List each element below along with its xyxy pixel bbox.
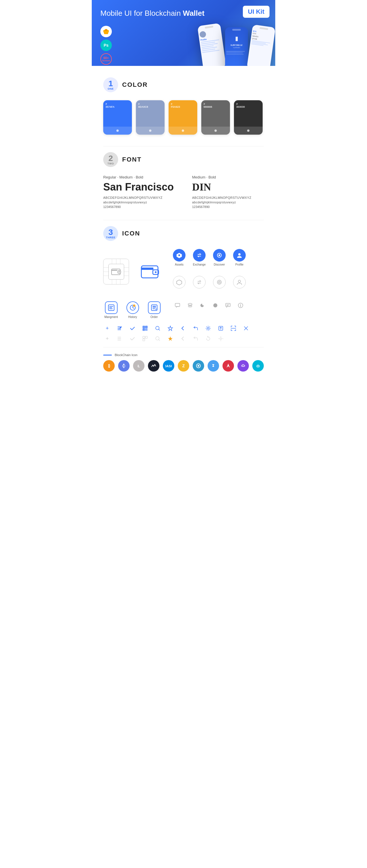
qr-icon (141, 324, 149, 332)
check-icon-gray (129, 335, 137, 343)
svg-marker-4 (104, 31, 108, 34)
svg-rect-65 (143, 339, 145, 341)
qr-icon-gray (141, 335, 149, 343)
wallet-filled-icon (138, 259, 163, 284)
hero-phones: Profile ▮ 6.297.502.12 myWallet (201, 27, 273, 66)
svg-rect-23 (109, 306, 113, 307)
utility-icons-row-2: + (103, 335, 264, 343)
svg-point-17 (238, 253, 241, 255)
matic-icon (237, 360, 249, 372)
sf-lowercase: abcdefghijklmnopqrstuvwxyz (103, 200, 175, 204)
din-font-name: DIN (192, 181, 264, 193)
back-icon-gray (179, 335, 187, 343)
search-icon[interactable] (154, 324, 162, 332)
history-icon: ! History (125, 301, 140, 318)
discover-nav-icon-outlined (212, 276, 227, 288)
svg-text:DASH: DASH (165, 364, 172, 368)
svg-point-16 (219, 254, 220, 256)
utility-icons-row-1: + (103, 324, 264, 332)
icon-section: Assets Exchange Discover (103, 249, 264, 372)
svg-point-19 (217, 280, 221, 284)
svg-text:Ł: Ł (138, 364, 140, 368)
svg-point-14 (178, 254, 180, 256)
icon-section-title: ICON (122, 230, 140, 237)
svg-point-7 (119, 271, 120, 273)
assets-nav-icon-outlined (172, 276, 186, 288)
din-uppercase: ABCDEFGHIJKLMNOPQRSTUVWXYZ (192, 196, 264, 199)
waves-icon (148, 360, 160, 372)
photoshop-badge: Ps (101, 39, 112, 51)
icon-section-header: 3 THREE ICON (103, 226, 264, 241)
refresh-icon-gray (204, 335, 212, 343)
svg-rect-8 (112, 270, 117, 271)
wallet-outline-icon (108, 264, 124, 280)
color-section-title: COLOR (122, 81, 148, 89)
svg-text:!: ! (134, 305, 135, 307)
ethereum-icon (118, 360, 130, 372)
sketch-badge (101, 26, 112, 37)
discover-nav-icon: Discover (212, 249, 227, 266)
close-icon[interactable] (242, 324, 250, 332)
hero-section: Mobile UI for Blockchain Wallet UI Kit P… (92, 0, 275, 66)
font-section-header: 2 TWO FONT (103, 152, 264, 167)
font-section: Regular · Medium · Bold San Francisco AB… (103, 175, 264, 209)
svg-rect-32 (152, 309, 155, 309)
hero-badges: Ps 60+ Screens (101, 26, 112, 65)
font-col-sf: Regular · Medium · Bold San Francisco AB… (103, 175, 175, 209)
star-icon[interactable] (166, 324, 174, 332)
sf-font-name: San Francisco (103, 181, 175, 193)
svg-marker-57 (168, 326, 173, 331)
exchange-nav-icon: Exchange (192, 249, 206, 266)
svg-point-21 (238, 280, 241, 282)
settings-icon[interactable] (204, 324, 212, 332)
back-icon[interactable] (179, 324, 187, 332)
section-number-1: 1 ONE (103, 78, 118, 92)
scan-icon[interactable] (229, 324, 237, 332)
chat-icon (173, 301, 181, 309)
section-number-2: 2 TWO (103, 152, 118, 167)
circle-icon (211, 301, 219, 309)
exchange-nav-icon-outlined (192, 276, 206, 288)
share-icon-gray (192, 335, 200, 343)
crypto-icons-row: ₿ Ł DASH Z (103, 360, 264, 372)
edit-list-icon (116, 324, 124, 332)
speech-icon (224, 301, 232, 309)
qtum-icon (193, 360, 204, 372)
font-col-din: Medium · Bold DIN ABCDEFGHIJKLMNOPQRSTUV… (192, 175, 264, 209)
plus-icon: + (103, 324, 111, 332)
blockchain-line (103, 355, 112, 355)
svg-marker-71 (122, 363, 124, 366)
svg-rect-31 (152, 307, 156, 308)
upload-icon[interactable] (217, 324, 225, 332)
svg-rect-61 (117, 338, 121, 339)
dash-icon: DASH (163, 360, 174, 372)
color-swatch-orange: #F5A623 (169, 100, 197, 135)
svg-rect-42 (117, 327, 121, 327)
profile-nav-icon-outlined (232, 276, 247, 288)
svg-rect-33 (175, 303, 180, 307)
share-icon[interactable] (192, 324, 200, 332)
svg-rect-62 (117, 340, 121, 340)
order-icon: Order (146, 301, 162, 318)
svg-rect-38 (227, 305, 228, 306)
assets-nav-icon: Assets (172, 249, 186, 266)
svg-marker-67 (168, 336, 173, 341)
nav-icons-group: Assets Exchange Discover (172, 249, 247, 294)
svg-rect-10 (141, 268, 153, 270)
steem-icon (207, 360, 219, 372)
icon-grid-box (103, 259, 129, 284)
din-styles: Medium · Bold (192, 175, 264, 179)
svg-rect-51 (143, 329, 144, 330)
bitcoin-icon: ₿ (103, 360, 115, 372)
info-icon (236, 301, 245, 309)
svg-rect-54 (145, 330, 146, 331)
svg-point-12 (155, 271, 157, 273)
litecoin-icon: Ł (133, 360, 144, 372)
color-swatch-dark: #303030 (234, 100, 263, 135)
svg-rect-55 (146, 330, 147, 331)
star-icon-filled (166, 335, 174, 343)
blockchain-label: BlockChain Icon (115, 353, 138, 356)
svg-point-58 (207, 328, 209, 329)
main-content: 1 ONE COLOR #3574FA #8DA0C8 #F5A623 #666… (92, 66, 275, 389)
svg-text:Z: Z (182, 364, 185, 368)
